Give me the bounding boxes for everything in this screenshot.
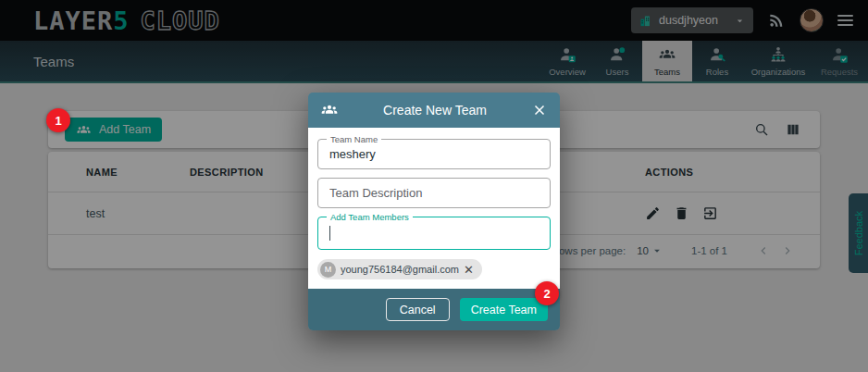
annotation-step-2-badge: 2 bbox=[535, 281, 559, 305]
modal-header: Create New Team bbox=[308, 93, 560, 128]
add-team-members-field: Add Team Members bbox=[317, 217, 551, 250]
modal-footer: Cancel Create Team bbox=[308, 289, 560, 330]
team-description-field bbox=[317, 178, 551, 208]
member-email-chip: M young756184@gmail.com ✕ bbox=[317, 259, 482, 279]
add-team-members-label: Add Team Members bbox=[327, 212, 413, 222]
chip-email: young756184@gmail.com bbox=[341, 264, 459, 275]
chip-avatar: M bbox=[320, 262, 336, 278]
group-icon bbox=[320, 101, 339, 119]
close-icon[interactable] bbox=[531, 102, 548, 118]
team-name-field: Team Name bbox=[317, 139, 551, 169]
modal-body: Team Name Add Team Members M young756184… bbox=[308, 128, 560, 289]
team-description-input[interactable] bbox=[318, 179, 550, 207]
create-team-modal: Create New Team Team Name Add Team Membe… bbox=[308, 93, 560, 330]
team-name-label: Team Name bbox=[327, 134, 381, 144]
create-team-button[interactable]: Create Team bbox=[460, 298, 548, 321]
modal-title: Create New Team bbox=[339, 103, 531, 118]
annotation-step-1-badge: 1 bbox=[46, 108, 70, 132]
remove-member-icon[interactable]: ✕ bbox=[464, 264, 474, 276]
layer5-cloud-app: LAYER5CLOUD dusdjhyeon bbox=[0, 0, 868, 372]
cancel-button[interactable]: Cancel bbox=[386, 298, 450, 321]
text-cursor bbox=[329, 226, 330, 241]
